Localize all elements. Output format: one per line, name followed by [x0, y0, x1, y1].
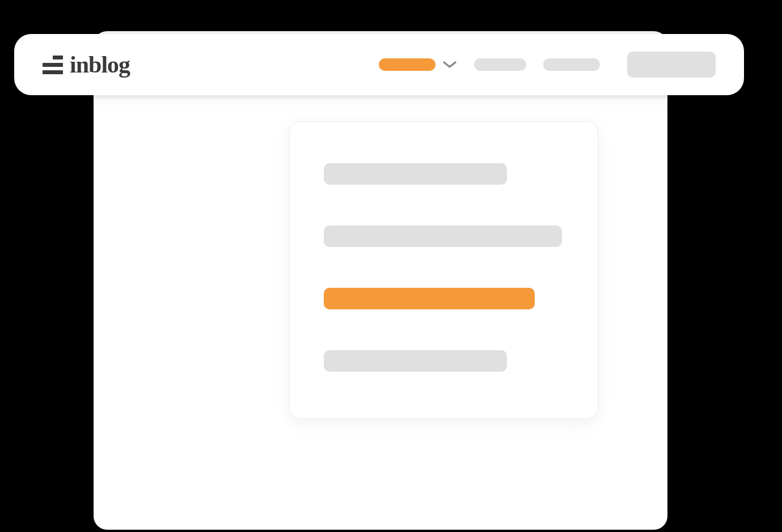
cta-button[interactable] [627, 52, 716, 78]
nav-item-label-placeholder [379, 58, 436, 71]
chevron-down-icon [442, 60, 457, 69]
brand-name: inblog [70, 51, 130, 78]
brand-logo[interactable]: inblog [43, 51, 130, 78]
nav-group [379, 52, 716, 78]
nav-item-3[interactable] [543, 58, 600, 71]
dropdown-item-2[interactable] [324, 225, 562, 247]
dropdown-panel [289, 121, 598, 419]
nav-item-1[interactable] [379, 58, 457, 71]
dropdown-item-4[interactable] [324, 350, 507, 372]
inblog-logo-icon [43, 56, 63, 74]
dropdown-item-3[interactable] [324, 288, 535, 309]
dropdown-item-1[interactable] [324, 163, 507, 185]
header-bar: inblog [14, 34, 744, 95]
nav-item-2[interactable] [474, 58, 526, 71]
